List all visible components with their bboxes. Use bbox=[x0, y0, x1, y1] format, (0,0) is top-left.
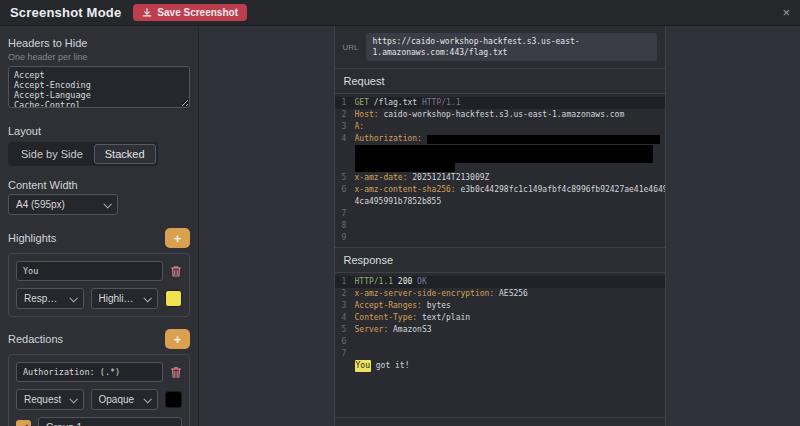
content-area: Headers to Hide One header per line Acce… bbox=[0, 26, 800, 426]
add-highlight-button[interactable]: + bbox=[165, 228, 190, 248]
save-screenshot-button[interactable]: Save Screenshot bbox=[133, 4, 247, 21]
request-editor[interactable]: 1 GET /flag.txt HTTP/1.1 2 Host: caido-w… bbox=[335, 94, 665, 247]
response-line: 5 Server: AmazonS3 bbox=[335, 324, 665, 336]
screenshot-mode-app: Screenshot Mode Save Screenshot × Header… bbox=[0, 0, 800, 426]
request-line: 2 Host: caido-workshop-hackfest.s3.us-ea… bbox=[335, 109, 665, 121]
chevron-down-icon bbox=[143, 294, 151, 302]
redacted-bar bbox=[355, 154, 653, 163]
highlight-rule-card: Response Highlight bbox=[8, 253, 190, 317]
highlight-style-select[interactable]: Highlight bbox=[91, 288, 159, 309]
response-section-title: Response bbox=[335, 247, 665, 273]
request-line-redacted bbox=[335, 145, 665, 154]
redacted-bar bbox=[427, 135, 660, 144]
redactions-header: Redactions + bbox=[8, 329, 190, 349]
delete-highlight-icon[interactable] bbox=[170, 265, 182, 278]
chevron-down-icon bbox=[167, 423, 175, 426]
request-line: 5 x-amz-date: 20251214T213009Z bbox=[335, 172, 665, 184]
response-line: 1 HTTP/1.1 200 OK bbox=[335, 276, 665, 288]
highlight-color-swatch[interactable] bbox=[165, 290, 182, 307]
document-footer-area bbox=[335, 417, 665, 426]
layout-option-side-by-side[interactable]: Side by Side bbox=[10, 144, 94, 164]
request-line: 3 A: bbox=[335, 121, 665, 133]
close-icon[interactable]: × bbox=[782, 6, 790, 19]
content-width-label: Content Width bbox=[8, 179, 190, 191]
highlight-pattern-input[interactable] bbox=[16, 261, 163, 281]
request-line: 1 GET /flag.txt HTTP/1.1 bbox=[335, 97, 665, 109]
request-line: 6 x-amz-content-sha256: e3b0c44298fc1c14… bbox=[335, 184, 665, 196]
chevron-down-icon bbox=[143, 395, 151, 403]
redaction-scope-select[interactable]: Request bbox=[16, 389, 84, 410]
save-screenshot-label: Save Screenshot bbox=[157, 7, 238, 18]
redaction-group-select[interactable]: Group 1 bbox=[38, 417, 182, 426]
screenshot-document: URL https://caido-workshop-hackfest.s3.u… bbox=[334, 26, 666, 426]
response-line: 3 Accept-Ranges: bytes bbox=[335, 300, 665, 312]
highlight-style-value: Highlight bbox=[99, 293, 137, 304]
highlight-scope-value: Response bbox=[24, 293, 62, 304]
screenshot-preview-area: URL https://caido-workshop-hackfest.s3.u… bbox=[199, 26, 800, 426]
headers-to-hide-textarea[interactable]: Accept Accept-Encoding Accept-Language C… bbox=[8, 66, 190, 108]
page-title: Screenshot Mode bbox=[10, 5, 121, 20]
request-section-title: Request bbox=[335, 68, 665, 94]
url-value: https://caido-workshop-hackfest.s3.us-ea… bbox=[366, 33, 657, 61]
chevron-down-icon bbox=[69, 395, 77, 403]
download-icon bbox=[142, 8, 152, 18]
redaction-color-swatch[interactable] bbox=[165, 391, 182, 408]
request-line: 8 bbox=[335, 220, 665, 232]
chevron-down-icon bbox=[69, 294, 77, 302]
response-line: 4 Content-Type: text/plain bbox=[335, 312, 665, 324]
highlights-header: Highlights + bbox=[8, 228, 190, 248]
redaction-pattern-input[interactable] bbox=[16, 362, 163, 382]
chevron-down-icon bbox=[103, 200, 111, 208]
delete-redaction-icon[interactable] bbox=[170, 366, 182, 379]
group-checkbox[interactable] bbox=[16, 420, 31, 426]
content-width-value: A4 (595px) bbox=[16, 199, 65, 210]
request-line-redacted bbox=[335, 163, 665, 172]
request-line-redacted bbox=[335, 154, 665, 163]
redaction-scope-value: Request bbox=[24, 394, 61, 405]
topbar: Screenshot Mode Save Screenshot × bbox=[0, 0, 800, 26]
request-line: 4 Authorization: bbox=[335, 133, 665, 145]
highlights-label: Highlights bbox=[8, 232, 56, 244]
redacted-bar bbox=[355, 163, 455, 172]
request-line-wrap: 4ca495991b7852b855 bbox=[335, 196, 665, 208]
redactions-label: Redactions bbox=[8, 333, 63, 345]
request-line: 7 bbox=[335, 208, 665, 220]
response-body-line: You got it! bbox=[335, 360, 665, 372]
headers-to-hide-label: Headers to Hide bbox=[8, 37, 190, 49]
response-editor[interactable]: 1 HTTP/1.1 200 OK 2 x-amz-server-side-en… bbox=[335, 273, 665, 417]
highlight-scope-select[interactable]: Response bbox=[16, 288, 84, 309]
headers-to-hide-sublabel: One header per line bbox=[8, 52, 190, 62]
highlighted-match: You bbox=[355, 360, 371, 372]
add-redaction-button[interactable]: + bbox=[165, 329, 190, 349]
request-line: 9 bbox=[335, 232, 665, 244]
url-row: URL https://caido-workshop-hackfest.s3.u… bbox=[335, 26, 665, 68]
redaction-style-value: Opaque bbox=[99, 394, 135, 405]
url-label: URL bbox=[343, 43, 359, 52]
response-line: 2 x-amz-server-side-encryption: AES256 bbox=[335, 288, 665, 300]
redaction-rule-card: Request Opaque bbox=[8, 354, 190, 426]
redaction-group-value: Group 1 bbox=[46, 422, 82, 426]
response-line: 7 bbox=[335, 348, 665, 360]
response-line: 6 bbox=[335, 336, 665, 348]
layout-label: Layout bbox=[8, 125, 190, 137]
redacted-bar bbox=[355, 145, 653, 154]
settings-sidebar: Headers to Hide One header per line Acce… bbox=[0, 26, 199, 426]
content-width-select[interactable]: A4 (595px) bbox=[8, 194, 118, 215]
layout-segmented-control: Side by Side Stacked bbox=[8, 142, 158, 166]
redaction-style-select[interactable]: Opaque bbox=[91, 389, 159, 410]
layout-option-stacked[interactable]: Stacked bbox=[94, 144, 156, 164]
